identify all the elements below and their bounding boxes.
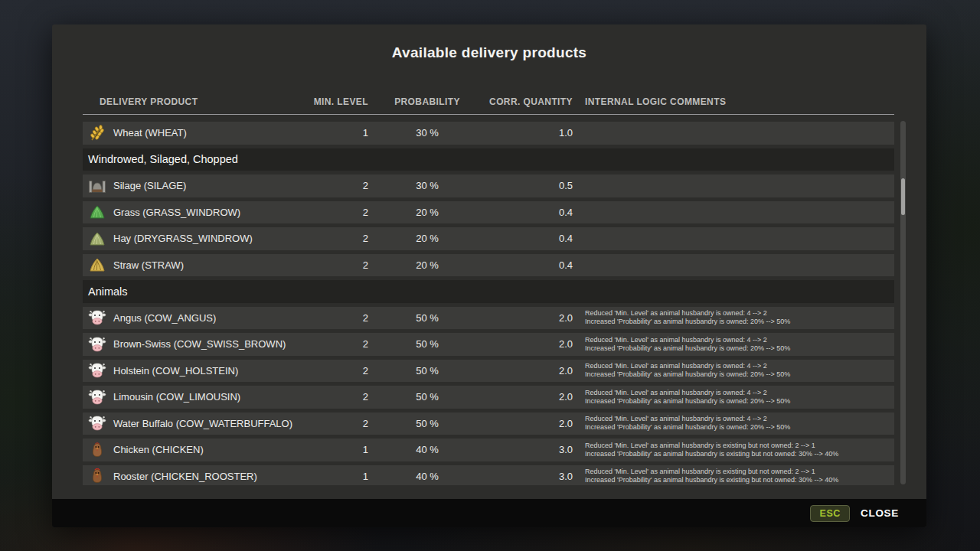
table-row[interactable]: Holstein (COW_HOLSTEIN) 2 50 % 2.0 Reduc… <box>83 360 894 383</box>
probability-value: 50 % <box>368 312 486 324</box>
scrollbar[interactable] <box>900 121 906 484</box>
comment-line: Reduced 'Min. Level' as animal husbandry… <box>585 442 894 450</box>
comment-line: Reduced 'Min. Level' as animal husbandry… <box>585 389 894 397</box>
section-label: Windrowed, Silaged, Chopped <box>88 153 238 165</box>
comment-line: Reduced 'Min. Level' as animal husbandry… <box>585 468 894 476</box>
probability-value: 40 % <box>368 471 486 482</box>
table-row[interactable]: Water Buffalo (COW_WATERBUFFALO) 2 50 % … <box>83 412 894 435</box>
min-level-value: 1 <box>306 127 368 139</box>
rooster-icon <box>87 467 107 485</box>
table-row[interactable]: Grass (GRASS_WINDROW) 2 20 % 0.4 <box>83 201 894 224</box>
min-level-value: 2 <box>306 391 368 403</box>
product-name: Grass (GRASS_WINDROW) <box>113 207 240 218</box>
corr-quantity-value: 0.4 <box>486 259 573 271</box>
table-row[interactable]: Wheat (WHEAT) 1 30 % 1.0 <box>83 122 894 145</box>
comment-line: Increased 'Probability' as animal husban… <box>585 450 894 458</box>
table-row[interactable]: Silage (SILAGE) 2 30 % 0.5 <box>83 174 894 197</box>
probability-value: 30 % <box>368 127 486 139</box>
min-level-value: 2 <box>306 312 368 324</box>
table-header: DELIVERY PRODUCT MIN. LEVEL PROBABILITY … <box>83 96 894 115</box>
corr-quantity-value: 2.0 <box>486 338 573 350</box>
logic-comments: Reduced 'Min. Level' as animal husbandry… <box>573 389 894 406</box>
logic-comments: Reduced 'Min. Level' as animal husbandry… <box>573 362 894 379</box>
logic-comments: Reduced 'Min. Level' as animal husbandry… <box>573 468 894 484</box>
min-level-value: 1 <box>306 444 368 455</box>
min-level-value: 2 <box>306 338 368 350</box>
product-name: Straw (STRAW) <box>113 259 184 271</box>
column-header-min-level: MIN. LEVEL <box>306 96 368 107</box>
probability-value: 20 % <box>368 207 486 218</box>
comment-line: Increased 'Probability' as animal husban… <box>585 397 894 406</box>
corr-quantity-value: 3.0 <box>486 471 573 482</box>
table-body: Wheat (WHEAT) 1 30 % 1.0 Windrowed, Sila… <box>83 116 894 485</box>
scrollbar-thumb[interactable] <box>901 178 905 215</box>
corr-quantity-value: 0.4 <box>486 233 573 244</box>
logic-comments: Reduced 'Min. Level' as animal husbandry… <box>573 415 894 432</box>
min-level-value: 2 <box>306 233 368 244</box>
section-header: Animals <box>83 280 894 303</box>
corr-quantity-value: 2.0 <box>486 418 573 429</box>
wheat-icon <box>87 124 107 142</box>
grass-icon <box>87 203 107 221</box>
column-header-internal-logic: INTERNAL LOGIC COMMENTS <box>573 96 894 107</box>
table-row[interactable]: Rooster (CHICKEN_ROOSTER) 1 40 % 3.0 Red… <box>83 465 894 486</box>
probability-value: 20 % <box>368 259 486 271</box>
column-header-probability: PROBABILITY <box>368 96 486 107</box>
esc-key-badge[interactable]: ESC <box>810 505 850 522</box>
cow-icon <box>87 414 107 432</box>
corr-quantity-value: 2.0 <box>486 391 573 403</box>
silage-icon <box>87 177 107 195</box>
corr-quantity-value: 2.0 <box>486 312 573 324</box>
comment-line: Increased 'Probability' as animal husban… <box>585 423 894 432</box>
table-row[interactable]: Brown-Swiss (COW_SWISS_BROWN) 2 50 % 2.0… <box>83 333 894 356</box>
min-level-value: 2 <box>306 259 368 271</box>
section-header: Windrowed, Silaged, Chopped <box>83 148 894 171</box>
probability-value: 20 % <box>368 233 486 244</box>
min-level-value: 2 <box>306 207 368 218</box>
cow-icon <box>87 361 107 380</box>
corr-quantity-value: 0.4 <box>486 207 573 218</box>
probability-value: 30 % <box>368 180 486 191</box>
hay-icon <box>87 230 107 248</box>
cow-icon <box>87 388 107 406</box>
close-button[interactable]: CLOSE <box>861 507 899 519</box>
table-row[interactable]: Hay (DRYGRASS_WINDROW) 2 20 % 0.4 <box>83 227 894 250</box>
product-name: Brown-Swiss (COW_SWISS_BROWN) <box>113 338 286 350</box>
comment-line: Increased 'Probability' as animal husban… <box>585 370 894 379</box>
probability-value: 50 % <box>368 338 486 350</box>
min-level-value: 1 <box>306 471 368 482</box>
section-label: Animals <box>88 285 128 298</box>
table-row[interactable]: Angus (COW_ANGUS) 2 50 % 2.0 Reduced 'Mi… <box>83 307 894 330</box>
product-name: Chicken (CHICKEN) <box>113 444 204 455</box>
page-title: Available delivery products <box>52 44 926 61</box>
product-name: Limousin (COW_LIMOUSIN) <box>113 391 240 403</box>
corr-quantity-value: 2.0 <box>486 365 573 377</box>
cow-icon <box>87 308 107 327</box>
min-level-value: 2 <box>306 365 368 377</box>
probability-value: 50 % <box>368 365 486 377</box>
probability-value: 50 % <box>368 391 486 403</box>
product-name: Rooster (CHICKEN_ROOSTER) <box>113 471 257 482</box>
probability-value: 50 % <box>368 418 486 429</box>
straw-icon <box>87 256 107 274</box>
cow-icon <box>87 335 107 354</box>
corr-quantity-value: 1.0 <box>486 127 573 139</box>
table-row[interactable]: Chicken (CHICKEN) 1 40 % 3.0 Reduced 'Mi… <box>83 439 894 461</box>
logic-comments: Reduced 'Min. Level' as animal husbandry… <box>573 309 894 326</box>
comment-line: Reduced 'Min. Level' as animal husbandry… <box>585 309 894 318</box>
corr-quantity-value: 3.0 <box>486 444 573 455</box>
comment-line: Reduced 'Min. Level' as animal husbandry… <box>585 415 894 423</box>
product-name: Silage (SILAGE) <box>113 180 186 191</box>
comment-line: Increased 'Probability' as animal husban… <box>585 476 894 484</box>
min-level-value: 2 <box>306 180 368 191</box>
comment-line: Reduced 'Min. Level' as animal husbandry… <box>585 362 894 370</box>
product-name: Hay (DRYGRASS_WINDROW) <box>113 233 253 244</box>
product-name: Water Buffalo (COW_WATERBUFFALO) <box>113 418 292 429</box>
column-header-delivery-product: DELIVERY PRODUCT <box>83 96 306 107</box>
table-row[interactable]: Straw (STRAW) 2 20 % 0.4 <box>83 254 894 277</box>
product-name: Wheat (WHEAT) <box>113 127 187 139</box>
column-header-corr-quantity: CORR. QUANTITY <box>486 96 573 107</box>
delivery-products-dialog: Available delivery products DELIVERY PRO… <box>52 24 926 527</box>
comment-line: Increased 'Probability' as animal husban… <box>585 344 894 353</box>
table-row[interactable]: Limousin (COW_LIMOUSIN) 2 50 % 2.0 Reduc… <box>83 386 894 409</box>
